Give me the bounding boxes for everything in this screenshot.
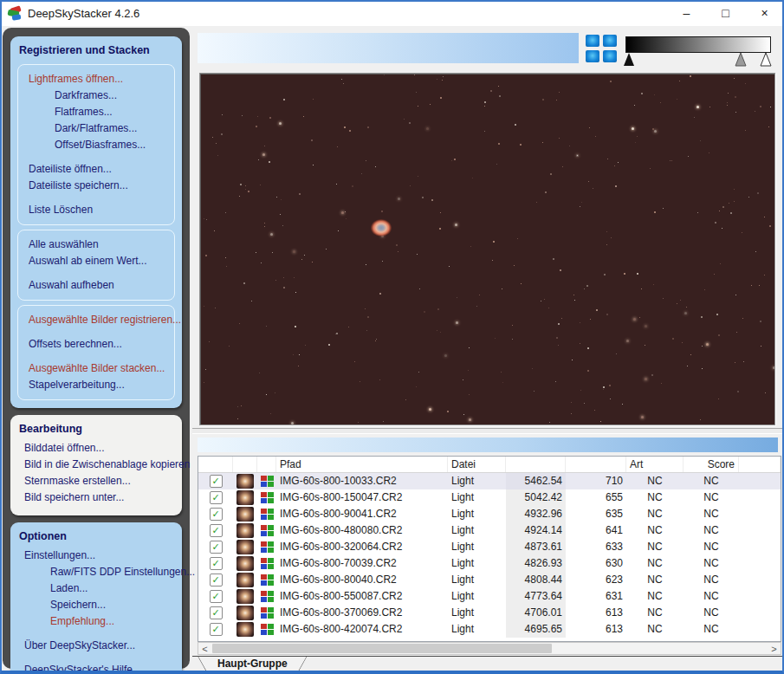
sidebar-item[interactable]: Sternmaske erstellen... [19, 473, 173, 489]
sidebar-item[interactable]: Ausgewählte Bilder registrieren... [23, 312, 169, 328]
star [293, 354, 294, 355]
row-checkbox[interactable]: ✓ [210, 557, 223, 570]
star [204, 218, 204, 219]
star [536, 202, 537, 203]
scroll-right-arrow[interactable]: > [768, 643, 781, 654]
star [755, 251, 756, 252]
table-row[interactable]: ✓IMG-60s-800-10033.CR2Light5462.54710NCN… [198, 473, 781, 489]
frame-thumbnail [236, 573, 254, 587]
sidebar-item[interactable]: Bild in die Zwischenablage kopieren [19, 457, 173, 473]
rgb-cell [257, 473, 276, 489]
star [261, 262, 262, 263]
scrollbar-thumb[interactable] [212, 644, 552, 653]
star [440, 332, 441, 333]
star [684, 312, 687, 314]
star [697, 106, 699, 108]
sidebar-group-1-0: Bilddatei öffnen...Bild in die Zwischena… [17, 438, 175, 508]
splitter-bar[interactable] [192, 428, 784, 434]
filler-cell [739, 605, 781, 621]
star [572, 360, 573, 360]
row-checkbox[interactable]: ✓ [210, 606, 223, 619]
row-checkbox[interactable]: ✓ [210, 590, 223, 603]
sidebar-item[interactable]: Lightframes öffnen... [23, 71, 169, 87]
levels-slider[interactable] [620, 51, 778, 68]
star [429, 408, 431, 411]
sidebar-item[interactable]: Flatframes... [23, 104, 169, 120]
table-row[interactable]: ✓IMG-60s-800-150047.CR2Light5042.42655NC… [198, 489, 781, 506]
sidebar-item[interactable]: Empfehlung... [19, 613, 173, 630]
star [281, 199, 282, 200]
row-checkbox[interactable]: ✓ [210, 623, 223, 636]
star [735, 112, 736, 113]
sidebar-item[interactable]: Offset/Biasframes... [23, 137, 169, 153]
sidebar-item[interactable]: Auswahl aufheben [23, 277, 169, 294]
rgb-channels-icon [261, 607, 274, 619]
table-row[interactable]: ✓IMG-60s-800-480080.CR2Light4924.14641NC… [198, 522, 781, 539]
sidebar-item[interactable]: Raw/FITS DDP Einstellungen... [19, 564, 173, 580]
type-cell: Light [448, 605, 506, 621]
table-row[interactable]: ✓IMG-60s-800-370069.CR2Light4706.01613NC… [198, 605, 781, 621]
star [283, 277, 284, 278]
tab-main-group[interactable]: Haupt-Gruppe [198, 656, 308, 671]
sidebar-item[interactable]: Stapelverarbeitung... [23, 377, 169, 393]
star [409, 122, 411, 124]
row-checkbox[interactable]: ✓ [210, 491, 223, 504]
four-pane-view-icon[interactable] [586, 35, 617, 62]
sidebar-item[interactable]: Laden... [19, 580, 173, 597]
star [603, 389, 604, 390]
minimize-button[interactable]: – [667, 0, 706, 26]
star [517, 238, 518, 239]
sidebar-item[interactable]: Ausgewählte Bilder stacken... [23, 360, 169, 377]
sidebar-item[interactable]: Bild speichern unter... [19, 489, 173, 506]
close-button[interactable]: × [745, 0, 784, 26]
star [440, 212, 441, 213]
row-checkbox[interactable]: ✓ [210, 475, 223, 488]
sidebar-item[interactable]: Alle auswählen [23, 237, 169, 253]
scroll-left-arrow[interactable]: < [198, 643, 211, 654]
horizontal-scrollbar[interactable]: < > [198, 642, 781, 655]
star [541, 301, 541, 301]
sidebar-item[interactable]: Über DeepSkyStacker... [19, 638, 173, 654]
sidebar-item[interactable]: Dateiliste speichern... [23, 178, 169, 194]
star [607, 159, 608, 159]
score-cell: NC [684, 588, 739, 605]
sidebar-item[interactable]: Speichern... [19, 597, 173, 613]
star [361, 173, 362, 174]
sidebar-item[interactable]: Darkframes... [23, 87, 169, 104]
sidebar-item[interactable]: Auswahl ab einem Wert... [23, 253, 169, 269]
rgb-channels-icon [261, 591, 274, 603]
row-checkbox[interactable]: ✓ [210, 541, 223, 554]
star [303, 116, 304, 117]
star [700, 140, 701, 141]
frame-thumbnail [236, 507, 254, 522]
table-row[interactable]: ✓IMG-60s-800-70039.CR2Light4826.93630NCN… [198, 555, 781, 572]
sidebar-item[interactable]: Dark/Flatframes... [23, 120, 169, 137]
sidebar-item[interactable]: DeepSkyStacker's Hilfe... [19, 662, 173, 674]
star [251, 301, 252, 301]
file-name-cell: IMG-60s-800-550087.CR2 [276, 588, 448, 605]
star [653, 284, 654, 285]
rgb-cell [257, 572, 276, 588]
sidebar-item[interactable]: Offsets berechnen... [23, 336, 169, 353]
panel-title: Registrieren und Stacken [17, 42, 175, 60]
star [589, 127, 590, 128]
row-checkbox[interactable]: ✓ [210, 574, 223, 587]
row-checkbox[interactable]: ✓ [210, 508, 223, 521]
sidebar-item[interactable]: Einstellungen... [19, 548, 173, 564]
sidebar-item[interactable]: Liste Löschen [23, 202, 169, 218]
row-checkbox[interactable]: ✓ [210, 524, 223, 537]
art-cell: NC [626, 605, 684, 621]
sidebar-item[interactable]: Bilddatei öffnen... [19, 440, 173, 457]
table-row[interactable]: ✓IMG-60s-800-420074.CR2Light4695.65613NC… [198, 621, 781, 638]
table-row[interactable]: ✓IMG-60s-800-320064.CR2Light4873.61633NC… [198, 539, 781, 555]
maximize-button[interactable]: □ [706, 0, 745, 26]
star [532, 368, 533, 369]
table-row[interactable]: ✓IMG-60s-800-80040.CR2Light4808.44623NCN… [198, 572, 781, 588]
file-list-header[interactable]: PfadDateiArtScore [198, 457, 781, 473]
table-row[interactable]: ✓IMG-60s-800-550087.CR2Light4773.64631NC… [198, 588, 781, 605]
star [259, 373, 260, 373]
star [209, 341, 210, 342]
table-row[interactable]: ✓IMG-60s-800-90041.CR2Light4932.96635NCN… [198, 506, 781, 522]
sidebar-item[interactable]: Dateiliste öffnen... [23, 161, 169, 178]
star [381, 211, 383, 212]
